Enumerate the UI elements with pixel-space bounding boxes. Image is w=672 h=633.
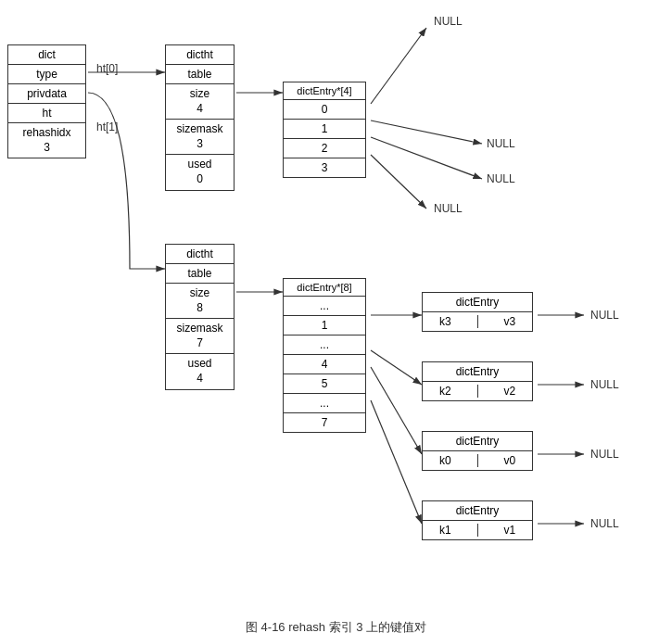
- entry-k0v0-v: v0: [503, 454, 515, 467]
- array1-row4: 4: [284, 355, 365, 374]
- array1-box: dictEntry*[8] ... 1 ... 4 5 ... 7: [283, 278, 366, 433]
- dictht0-box: dictht table size4 sizemask3 used0: [165, 44, 235, 191]
- array1-row-dots2: ...: [284, 335, 365, 355]
- svg-line-9: [371, 350, 422, 385]
- dict-box: dict type privdata ht rehashidx3: [7, 44, 86, 158]
- svg-line-4: [371, 28, 426, 104]
- array1-row5: 5: [284, 374, 365, 394]
- dictht1-cell-table: table: [166, 264, 234, 284]
- entry-k2v2-sep: [477, 385, 478, 398]
- null-label-3: NULL: [434, 202, 463, 215]
- entry-k0v0-k: k0: [439, 454, 451, 467]
- dictht1-cell-size: size8: [166, 284, 234, 319]
- dictht1-cell-used: used4: [166, 354, 234, 388]
- dictht0-cell-sizemask: sizemask3: [166, 120, 234, 155]
- svg-line-11: [371, 400, 422, 524]
- entry-k3v3-kv: k3 v3: [423, 312, 532, 331]
- entry-k1v1-label: dictEntry: [423, 501, 532, 521]
- array1-row1: 1: [284, 316, 365, 335]
- entry-k0v0-label: dictEntry: [423, 432, 532, 451]
- entry-k3v3: dictEntry k3 v3: [422, 292, 533, 332]
- null-label-0: NULL: [434, 15, 463, 28]
- dictht0-cell-table: table: [166, 65, 234, 84]
- array0-row3: 3: [284, 158, 365, 177]
- dictht0-cell-label: dictht: [166, 45, 234, 65]
- entry-k1v1-k: k1: [439, 524, 451, 537]
- dictht1-box: dictht table size8 sizemask7 used4: [165, 244, 235, 390]
- entry-k2v2-v: v2: [503, 385, 515, 398]
- array0-box: dictEntry*[4] 0 1 2 3: [283, 82, 366, 178]
- svg-line-5: [371, 120, 482, 144]
- entry-k0v0-kv: k0 v0: [423, 451, 532, 470]
- null-entry-k1: NULL: [590, 517, 619, 530]
- entry-k1v1-v: v1: [503, 524, 515, 537]
- null-label-2: NULL: [487, 172, 515, 185]
- diagram: dict type privdata ht rehashidx3 ht[0] h…: [0, 0, 672, 612]
- entry-k2v2-label: dictEntry: [423, 362, 532, 382]
- dictht1-cell-sizemask: sizemask7: [166, 319, 234, 354]
- array1-row-dots3: ...: [284, 394, 365, 413]
- entry-k3v3-v: v3: [503, 315, 515, 328]
- null-entry-k3: NULL: [590, 309, 619, 322]
- entry-k2v2-k: k2: [439, 385, 451, 398]
- dict-cell-privdata: privdata: [8, 84, 85, 104]
- entry-k1v1-kv: k1 v1: [423, 521, 532, 539]
- array1-header: dictEntry*[8]: [284, 279, 365, 297]
- entry-k2v2-kv: k2 v2: [423, 382, 532, 400]
- null-entry-k0: NULL: [590, 448, 619, 461]
- array0-row2: 2: [284, 139, 365, 158]
- entry-k1v1-sep: [477, 524, 478, 537]
- null-entry-k2: NULL: [590, 378, 619, 391]
- array1-row7: 7: [284, 413, 365, 432]
- null-label-1: NULL: [487, 137, 515, 150]
- entry-k0v0-sep: [477, 454, 478, 467]
- dictht0-cell-size: size4: [166, 84, 234, 120]
- array0-header: dictEntry*[4]: [284, 82, 365, 100]
- dict-cell-rehashidx: rehashidx3: [8, 123, 85, 158]
- entry-k1v1: dictEntry k1 v1: [422, 500, 533, 540]
- entry-k3v3-label: dictEntry: [423, 293, 532, 312]
- dictht0-cell-used: used0: [166, 155, 234, 189]
- entry-k3v3-k: k3: [439, 315, 451, 328]
- svg-line-7: [371, 155, 426, 209]
- dict-cell-dict: dict: [8, 45, 85, 65]
- ht0-label: ht[0]: [96, 62, 118, 75]
- caption: 图 4-16 rehash 索引 3 上的键值对: [0, 619, 672, 633]
- array0-row1: 1: [284, 120, 365, 139]
- dict-cell-ht: ht: [8, 104, 85, 123]
- dict-cell-type: type: [8, 65, 85, 84]
- ht1-label: ht[1]: [96, 120, 118, 133]
- entry-k0v0: dictEntry k0 v0: [422, 431, 533, 471]
- entry-k3v3-sep: [477, 315, 478, 328]
- array0-row0: 0: [284, 100, 365, 120]
- entry-k2v2: dictEntry k2 v2: [422, 361, 533, 401]
- dictht1-cell-label: dictht: [166, 245, 234, 264]
- svg-line-6: [371, 137, 482, 179]
- svg-line-10: [371, 367, 422, 454]
- array1-row-dots1: ...: [284, 297, 365, 316]
